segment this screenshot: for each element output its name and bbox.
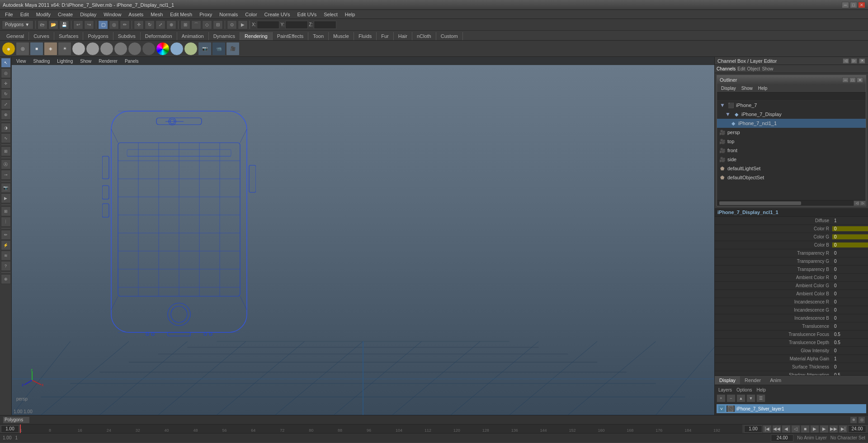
outliner-item-top[interactable]: 🎥 top <box>717 137 866 146</box>
lt-extra[interactable]: ⊕ <box>1 274 11 284</box>
lt-rotate[interactable]: ↻ <box>1 89 11 99</box>
tb-open[interactable]: 📂 <box>48 20 58 29</box>
playback-end-input[interactable] <box>848 425 866 433</box>
cb-icon-right[interactable]: ▷ <box>851 58 857 64</box>
pb-prev-key[interactable]: ◀◀ <box>772 425 781 433</box>
cb-value-trans-depth[interactable]: 0.5 <box>832 340 868 345</box>
pb-play-fwd[interactable]: ▶ <box>810 425 819 433</box>
timeline-ruler[interactable]: 1 8 16 24 32 40 48 56 64 72 80 88 96 104… <box>20 424 742 434</box>
lt-snap[interactable]: ⋮ <box>1 217 11 227</box>
tb-snap-point[interactable]: ◇ <box>202 20 212 29</box>
lt-sculpt[interactable]: ∿ <box>1 133 11 143</box>
cb-value-translucence[interactable]: 0 <box>832 324 868 329</box>
shelf-tab-muscle[interactable]: Muscle <box>329 32 354 40</box>
shelf-ipr-icon[interactable]: ◈ <box>44 42 57 56</box>
lt-universal[interactable]: ⊕ <box>1 110 11 120</box>
tb-rotate[interactable]: ↻ <box>145 20 155 29</box>
shelf-cam2-icon[interactable]: 📹 <box>212 42 226 56</box>
menu-mesh[interactable]: Mesh <box>147 11 166 18</box>
shelf-tab-hair[interactable]: Hair <box>394 32 412 40</box>
outliner-item-side[interactable]: 🎥 side <box>717 155 866 164</box>
cb-value-incan-g[interactable]: 0 <box>832 308 868 312</box>
shelf-tab-dynamics[interactable]: Dynamics <box>209 32 240 40</box>
shelf-tab-surfaces[interactable]: Surfaces <box>54 32 83 40</box>
cb-value-glow[interactable]: 0 <box>832 348 868 353</box>
shelf-tab-ncloth[interactable]: nCloth <box>412 32 436 40</box>
tb-snap-view[interactable]: ⊟ <box>213 20 223 29</box>
tb-snap-grid[interactable]: ⊞ <box>180 20 190 29</box>
shelf-hypershade-icon[interactable]: ■ <box>30 42 43 56</box>
cb-value-trans-r[interactable]: 0 <box>832 251 868 256</box>
cb-tab-anim[interactable]: Anim <box>765 376 786 384</box>
cb-value-diffuse[interactable]: 1 <box>832 218 868 223</box>
outliner-maximize[interactable]: □ <box>849 77 856 83</box>
pb-step-back[interactable]: ◀ <box>782 425 791 433</box>
close-button[interactable]: ✕ <box>858 2 865 8</box>
cb-layers-tab[interactable]: Layers <box>717 387 734 393</box>
tb-paint[interactable]: ✏ <box>120 20 130 29</box>
outliner-item-front[interactable]: 🎥 front <box>717 146 866 155</box>
x-field[interactable] <box>257 21 279 29</box>
menu-modify[interactable]: Modify <box>33 11 54 18</box>
shelf-tab-general[interactable]: General <box>2 32 29 40</box>
outliner-menu-display[interactable]: Display <box>719 85 738 91</box>
outliner-item-lightset[interactable]: ⬟ defaultLightSet <box>717 164 866 173</box>
menu-file[interactable]: File <box>2 11 16 18</box>
tb-render[interactable]: ▶ <box>238 20 248 29</box>
menu-proxy[interactable]: Proxy <box>196 11 215 18</box>
outliner-item-display[interactable]: ▼ ◆ iPhone_7_Display <box>717 110 866 119</box>
menu-edit-uvs[interactable]: Edit UVs <box>294 11 320 18</box>
cb-layer-up[interactable]: ▲ <box>736 394 745 402</box>
shelf-spot-icon[interactable] <box>114 42 127 56</box>
cb-tab-render[interactable]: Render <box>740 376 765 384</box>
lt-annotation[interactable]: Ⓐ <box>1 159 11 169</box>
pb-play-back[interactable]: ◁ <box>791 425 800 433</box>
lt-measure[interactable]: ⊸ <box>1 170 11 180</box>
cb-tab-display[interactable]: Display <box>715 376 740 384</box>
menu-display[interactable]: Display <box>77 11 99 18</box>
shelf-lights-icon[interactable]: ☀ <box>58 42 71 56</box>
shelf-render2-icon[interactable]: ◎ <box>16 42 29 56</box>
tb-save[interactable]: 💾 <box>59 20 69 29</box>
cb-value-color-b[interactable]: 0 <box>832 242 868 247</box>
menu-window[interactable]: Window <box>100 11 124 18</box>
lt-soft-select[interactable]: ◑ <box>1 123 11 133</box>
menu-edit[interactable]: Edit <box>17 11 32 18</box>
shelf-tab-toon[interactable]: Toon <box>308 32 329 40</box>
lt-scale[interactable]: ⤢ <box>1 99 11 109</box>
menu-create-uvs[interactable]: Create UVs <box>261 11 293 18</box>
cb-layer-down[interactable]: ▼ <box>746 394 755 402</box>
outliner-item-persp[interactable]: 🎥 persp <box>717 128 866 137</box>
status-icon1[interactable]: ⊕ <box>850 416 857 424</box>
outliner-menu-show[interactable]: Show <box>739 85 755 91</box>
vp-lighting[interactable]: Lighting <box>54 58 75 64</box>
cb-value-incan-r[interactable]: 0 <box>832 299 868 304</box>
shelf-tex-icon[interactable] <box>184 42 198 56</box>
cb-header-edit[interactable]: Edit <box>737 66 745 71</box>
shelf-tab-fluids[interactable]: Fluids <box>354 32 377 40</box>
pb-next-key[interactable]: ▶▶ <box>829 425 838 433</box>
shelf-cam3-icon[interactable]: 🎥 <box>226 42 240 56</box>
menu-help[interactable]: Help <box>342 11 359 18</box>
outliner-item-objectset[interactable]: ⬟ defaultObjectSet <box>717 173 866 182</box>
cb-layer-delete[interactable]: − <box>726 394 736 402</box>
vp-panels[interactable]: Panels <box>122 58 142 64</box>
cb-options-tab[interactable]: Options <box>735 387 754 393</box>
shelf-render-icon[interactable]: ● <box>2 42 15 56</box>
status-icon2[interactable]: ◎ <box>858 416 865 424</box>
shelf-tab-subdivs[interactable]: Subdivs <box>113 32 141 40</box>
cb-icon-left[interactable]: ◁ <box>843 58 849 64</box>
shelf-area-icon[interactable] <box>128 42 142 56</box>
lt-cloth[interactable]: ≋ <box>1 251 11 261</box>
lt-render[interactable]: ▶ <box>1 193 11 203</box>
tb-move[interactable]: ✛ <box>134 20 144 29</box>
vp-view[interactable]: View <box>14 58 29 64</box>
vp-show[interactable]: Show <box>77 58 94 64</box>
menu-edit-mesh[interactable]: Edit Mesh <box>167 11 195 18</box>
cb-value-ambient-r[interactable]: 0 <box>832 275 868 280</box>
pb-step-fwd[interactable]: ▶ <box>820 425 829 433</box>
menu-assets[interactable]: Assets <box>125 11 146 18</box>
tb-select-mode[interactable]: ▢ <box>98 20 108 29</box>
cb-value-ambient-b[interactable]: 0 <box>832 291 868 296</box>
lt-paint1[interactable]: ✏ <box>1 230 11 240</box>
